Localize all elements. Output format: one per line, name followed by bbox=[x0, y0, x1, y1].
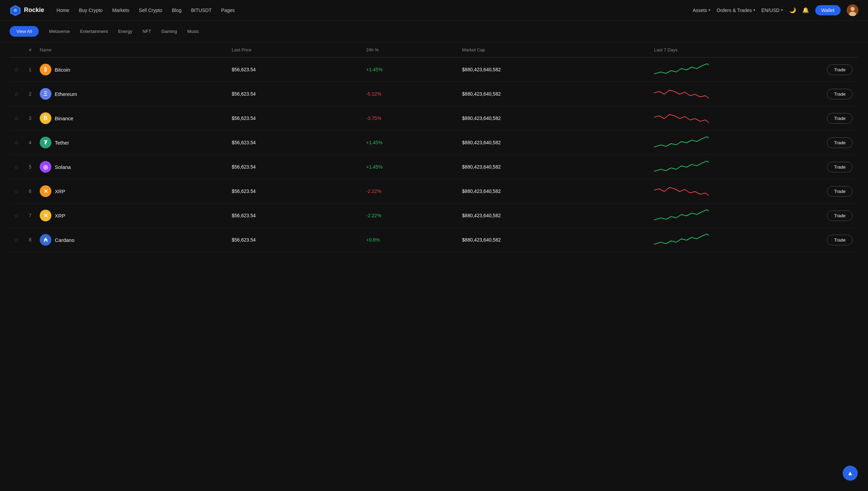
table-row: ☆ 8 ₳ Cardano $56,623.54 +0.8% $880,423,… bbox=[10, 228, 858, 252]
rank-cell-7: 8 bbox=[23, 228, 37, 252]
scroll-up-icon: ▲ bbox=[847, 470, 853, 477]
trade-button-1[interactable]: Trade bbox=[827, 89, 853, 99]
avatar[interactable] bbox=[847, 4, 858, 16]
rank-cell-1: 2 bbox=[23, 82, 37, 106]
filter-energy[interactable]: Energy bbox=[118, 29, 132, 34]
favorite-star-1[interactable]: ☆ bbox=[14, 91, 19, 97]
filter-gaming[interactable]: Gaming bbox=[161, 29, 177, 34]
rank-cell-4: 5 bbox=[23, 155, 37, 179]
theme-toggle-icon[interactable]: 🌙 bbox=[789, 7, 796, 13]
action-cell-7: Trade bbox=[824, 228, 858, 252]
favorite-star-6[interactable]: ☆ bbox=[14, 213, 19, 219]
filter-nft[interactable]: NFT bbox=[142, 29, 151, 34]
svg-point-2 bbox=[14, 9, 17, 12]
sparkline-positive bbox=[654, 207, 709, 224]
coin-name-6: XRP bbox=[55, 213, 65, 219]
trade-button-6[interactable]: Trade bbox=[827, 210, 853, 221]
trade-button-3[interactable]: Trade bbox=[827, 137, 853, 148]
star-cell-1[interactable]: ☆ bbox=[10, 82, 23, 106]
change-cell-3: +1.45% bbox=[363, 131, 459, 155]
coin-cell-3: ₮ Tether bbox=[37, 131, 229, 155]
coin-icon-7: ₳ bbox=[40, 234, 51, 246]
chart-cell-0 bbox=[651, 58, 824, 82]
coin-name-2: Binance bbox=[55, 115, 73, 121]
market-cap-cell-7: $880,423,640,582 bbox=[460, 228, 652, 252]
currency-chevron: ▾ bbox=[781, 8, 783, 12]
coin-cell-7: ₳ Cardano bbox=[37, 228, 229, 252]
orders-chevron: ▾ bbox=[753, 8, 755, 12]
nav-link-bitusdt[interactable]: BITUSDT bbox=[191, 8, 212, 13]
favorite-star-3[interactable]: ☆ bbox=[14, 140, 19, 146]
table-header: # Name Last Price 24h % Market Cap Last … bbox=[10, 42, 858, 58]
col-price: Last Price bbox=[229, 42, 364, 58]
svg-point-4 bbox=[851, 7, 855, 11]
favorite-star-2[interactable]: ☆ bbox=[14, 115, 19, 121]
nav-link-home[interactable]: Home bbox=[56, 8, 69, 13]
logo-text: Rockie bbox=[24, 7, 44, 14]
star-cell-7[interactable]: ☆ bbox=[10, 228, 23, 252]
star-cell-6[interactable]: ☆ bbox=[10, 204, 23, 228]
avatar-image bbox=[847, 4, 858, 16]
nav-link-blog[interactable]: Blog bbox=[172, 8, 181, 13]
change-cell-1: -5.12% bbox=[363, 82, 459, 106]
nav-links: Home Buy Crypto Markets Sell Crypto Blog… bbox=[56, 8, 693, 13]
trade-button-7[interactable]: Trade bbox=[827, 235, 853, 245]
star-cell-4[interactable]: ☆ bbox=[10, 155, 23, 179]
nav-link-sell-crypto[interactable]: Sell Crypto bbox=[139, 8, 162, 13]
col-change: 24h % bbox=[363, 42, 459, 58]
coin-cell-4: ◎ Solana bbox=[37, 155, 229, 179]
market-cap-cell-1: $880,423,640,582 bbox=[460, 82, 652, 106]
navbar: Rockie Home Buy Crypto Markets Sell Cryp… bbox=[0, 0, 868, 21]
star-cell-2[interactable]: ☆ bbox=[10, 106, 23, 131]
nav-currency[interactable]: EN/USD ▾ bbox=[762, 8, 783, 13]
coin-name-5: XRP bbox=[55, 188, 65, 194]
chart-cell-7 bbox=[651, 228, 824, 252]
favorite-star-7[interactable]: ☆ bbox=[14, 237, 19, 243]
trade-button-5[interactable]: Trade bbox=[827, 186, 853, 197]
market-cap-cell-6: $880,423,640,582 bbox=[460, 204, 652, 228]
nav-assets[interactable]: Assets ▾ bbox=[693, 8, 710, 13]
nav-link-buy-crypto[interactable]: Buy Crypto bbox=[79, 8, 102, 13]
nav-orders-trades[interactable]: Orders & Trades ▾ bbox=[717, 8, 755, 13]
favorite-star-4[interactable]: ☆ bbox=[14, 164, 19, 170]
col-chart: Last 7 Days bbox=[651, 42, 824, 58]
action-cell-4: Trade bbox=[824, 155, 858, 179]
coin-icon-1: Ξ bbox=[40, 88, 51, 100]
trade-button-4[interactable]: Trade bbox=[827, 162, 853, 172]
coin-icon-3: ₮ bbox=[40, 137, 51, 148]
sparkline-positive bbox=[654, 134, 709, 151]
filter-bar: View All Metaverse Entertainment Energy … bbox=[0, 21, 868, 42]
change-cell-4: +1.45% bbox=[363, 155, 459, 179]
star-cell-3[interactable]: ☆ bbox=[10, 131, 23, 155]
market-table: # Name Last Price 24h % Market Cap Last … bbox=[10, 42, 858, 252]
nav-link-markets[interactable]: Markets bbox=[112, 8, 129, 13]
rank-cell-5: 6 bbox=[23, 179, 37, 204]
filter-music[interactable]: Music bbox=[187, 29, 199, 34]
coin-icon-6: ✕ bbox=[40, 210, 51, 221]
notifications-icon[interactable]: 🔔 bbox=[802, 7, 809, 13]
coin-icon-2: B bbox=[40, 112, 51, 124]
star-cell-5[interactable]: ☆ bbox=[10, 179, 23, 204]
price-cell-0: $56,623.54 bbox=[229, 58, 364, 82]
filter-view-all[interactable]: View All bbox=[10, 26, 39, 37]
wallet-button[interactable]: Wallet bbox=[815, 5, 841, 15]
filter-metaverse[interactable]: Metaverse bbox=[49, 29, 70, 34]
trade-button-0[interactable]: Trade bbox=[827, 64, 853, 75]
logo[interactable]: Rockie bbox=[10, 4, 44, 16]
favorite-star-5[interactable]: ☆ bbox=[14, 188, 19, 194]
coin-name-7: Cardano bbox=[55, 237, 75, 243]
nav-link-pages[interactable]: Pages bbox=[221, 8, 235, 13]
nav-right: Assets ▾ Orders & Trades ▾ EN/USD ▾ 🌙 🔔 … bbox=[693, 4, 858, 16]
coin-icon-4: ◎ bbox=[40, 161, 51, 173]
trade-button-2[interactable]: Trade bbox=[827, 113, 853, 124]
scroll-to-top-button[interactable]: ▲ bbox=[843, 466, 858, 481]
assets-chevron: ▾ bbox=[708, 8, 710, 12]
favorite-star-0[interactable]: ☆ bbox=[14, 67, 19, 73]
filter-entertainment[interactable]: Entertainment bbox=[80, 29, 108, 34]
star-cell-0[interactable]: ☆ bbox=[10, 58, 23, 82]
price-cell-1: $56,623.54 bbox=[229, 82, 364, 106]
col-action bbox=[824, 42, 858, 58]
coin-name-1: Ethereum bbox=[55, 91, 77, 97]
chart-cell-3 bbox=[651, 131, 824, 155]
rank-cell-6: 7 bbox=[23, 204, 37, 228]
